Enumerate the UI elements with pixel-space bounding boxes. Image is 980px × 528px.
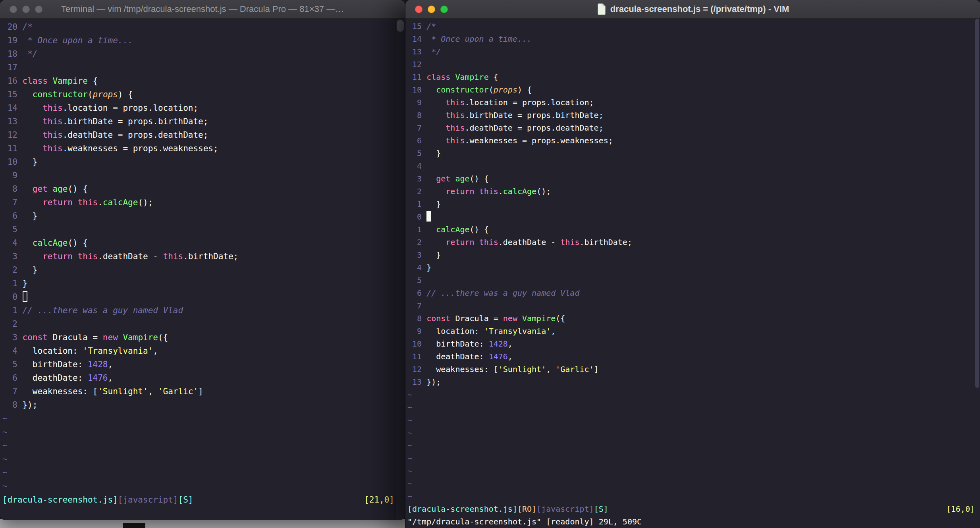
code-line[interactable]: 6// ...there was a guy named Vlad (407, 287, 975, 299)
line-number: 1 (407, 223, 422, 236)
titlebar[interactable]: dracula-screenshot.js = (/private/tmp) -… (405, 0, 980, 19)
code-line[interactable]: 3 return this.deathDate - this.birthDate… (2, 250, 394, 263)
code-line[interactable]: 4 (407, 160, 975, 172)
window-title: dracula-screenshot.js = (/private/tmp) -… (610, 4, 789, 14)
code-line[interactable]: 11class Vampire { (407, 71, 975, 83)
code-area[interactable]: 15/*14 * Once upon a time...13 */1211cla… (407, 20, 975, 503)
code-line[interactable]: 4 calcAge() { (2, 236, 394, 250)
code-line[interactable]: 5 (407, 274, 975, 287)
code-line[interactable]: 6 } (2, 209, 394, 223)
scrollbar-thumb[interactable] (975, 19, 979, 388)
code-line[interactable]: 4 location: 'Transylvania', (2, 344, 394, 358)
code-line[interactable]: 5 (2, 223, 394, 236)
code-line[interactable]: 3 get age() { (407, 172, 975, 185)
line-number: 18 (2, 47, 17, 61)
code-line[interactable]: 7 (407, 299, 975, 312)
line-number: 5 (407, 147, 422, 160)
line-number: 0 (407, 210, 422, 223)
code-line[interactable]: 5 } (407, 147, 975, 160)
line-number: 2 (2, 263, 17, 277)
code-line[interactable]: 13}); (407, 376, 975, 388)
code-line[interactable]: 12 (407, 58, 975, 71)
code-line[interactable]: 11 deathDate: 1476, (407, 350, 975, 363)
code-line[interactable]: 0 (407, 210, 975, 223)
code-line[interactable]: 8}); (2, 398, 394, 412)
code-line[interactable]: 2 return this.calcAge(); (407, 185, 975, 198)
code-line[interactable]: 13 this.birthDate = props.birthDate; (2, 115, 394, 128)
code-line[interactable]: 7 return this.calcAge(); (2, 196, 394, 209)
line-number: 8 (2, 398, 17, 412)
code-line[interactable]: 15/* (407, 20, 975, 33)
code-line[interactable]: 9 (2, 169, 394, 182)
code-line[interactable]: 10 } (2, 155, 394, 169)
code-line[interactable]: 5 birthDate: 1428, (2, 358, 394, 371)
tilde-line: ~ (407, 452, 975, 464)
zoom-button[interactable] (440, 6, 448, 13)
code-line[interactable]: 8 get age() { (2, 182, 394, 196)
close-button[interactable] (10, 6, 17, 13)
line-number: 3 (2, 250, 17, 263)
code-line[interactable]: 1// ...there was a guy named Vlad (2, 304, 394, 317)
code-line[interactable]: 1} (2, 277, 394, 290)
line-number: 9 (2, 169, 17, 182)
line-number: 2 (2, 317, 17, 331)
line-number: 6 (407, 134, 422, 147)
code-line[interactable]: 2 (2, 317, 394, 331)
code-line[interactable]: 7 this.deathDate = props.deathDate; (407, 121, 975, 134)
code-line[interactable]: 0 (2, 290, 394, 304)
code-line[interactable]: 17 (2, 61, 394, 74)
code-line[interactable]: 2 return this.deathDate - this.birthDate… (407, 236, 975, 249)
code-line[interactable]: 6 this.weaknesses = props.weaknesses; (407, 134, 975, 147)
code-line[interactable]: 13 */ (407, 45, 975, 58)
code-line[interactable]: 9 this.location = props.location; (407, 96, 975, 109)
code-line[interactable]: 14 this.location = props.location; (2, 101, 394, 115)
code-line[interactable]: 11 this.weaknesses = props.weaknesses; (2, 142, 394, 155)
minimize-button[interactable] (428, 6, 435, 13)
minimize-button[interactable] (22, 6, 30, 13)
code-area[interactable]: 20/*19 * Once upon a time...18 */1716cla… (2, 20, 394, 493)
code-line[interactable]: 10 birthDate: 1428, (407, 337, 975, 350)
code-line[interactable]: 10 constructor(props) { (407, 83, 975, 96)
zoom-button[interactable] (35, 6, 42, 13)
line-number: 6 (2, 371, 17, 385)
traffic-lights (10, 6, 42, 13)
line-number: 9 (407, 325, 422, 337)
code-line[interactable]: 19 * Once upon a time... (2, 34, 394, 47)
code-line[interactable]: 3const Dracula = new Vampire({ (2, 331, 394, 344)
line-number: 16 (2, 74, 17, 88)
status-bar: [dracula-screenshot.js][javascript][S] [… (2, 493, 394, 507)
line-number: 15 (407, 20, 422, 33)
code-line[interactable]: 1 calcAge() { (407, 223, 975, 236)
line-number: 11 (407, 350, 422, 363)
line-number: 9 (407, 96, 422, 109)
document-icon (597, 3, 606, 15)
line-number: 4 (407, 160, 422, 172)
status-cursor-position: [16,0] (946, 503, 975, 515)
scrollbar[interactable] (975, 19, 979, 388)
close-button[interactable] (415, 6, 422, 13)
code-line[interactable]: 1 } (407, 198, 975, 210)
code-line[interactable]: 3 } (407, 249, 975, 261)
code-line[interactable]: 6 deathDate: 1476, (2, 371, 394, 385)
vim-buffer[interactable]: 15/*14 * Once upon a time...13 */1211cla… (405, 19, 980, 528)
scrollbar-thumb[interactable] (397, 20, 404, 32)
scrollbar[interactable] (395, 19, 405, 520)
code-line[interactable]: 12 this.deathDate = props.deathDate; (2, 128, 394, 142)
code-line[interactable]: 8const Dracula = new Vampire({ (407, 312, 975, 325)
code-line[interactable]: 20/* (2, 20, 394, 34)
code-line[interactable]: 16class Vampire { (2, 74, 394, 88)
titlebar[interactable]: Terminal — vim /tmp/dracula-screenshot.j… (0, 0, 405, 19)
code-line[interactable]: 18 */ (2, 47, 394, 61)
code-line[interactable]: 8 this.birthDate = props.birthDate; (407, 109, 975, 121)
code-line[interactable]: 12 weaknesses: ['Sunlight', 'Garlic'] (407, 363, 975, 376)
code-line[interactable]: 15 constructor(props) { (2, 88, 394, 101)
code-line[interactable]: 7 weaknesses: ['Sunlight', 'Garlic'] (2, 385, 394, 398)
code-line[interactable]: 2 } (2, 263, 394, 277)
code-line[interactable]: 4} (407, 261, 975, 274)
vim-buffer[interactable]: 20/*19 * Once upon a time...18 */1716cla… (0, 19, 396, 520)
code-line[interactable]: 14 * Once upon a time... (407, 33, 975, 45)
tilde-line: ~ (407, 414, 975, 426)
tilde-line: ~ (2, 412, 394, 425)
tilde-line: ~ (407, 477, 975, 490)
code-line[interactable]: 9 location: 'Transylvania', (407, 325, 975, 337)
